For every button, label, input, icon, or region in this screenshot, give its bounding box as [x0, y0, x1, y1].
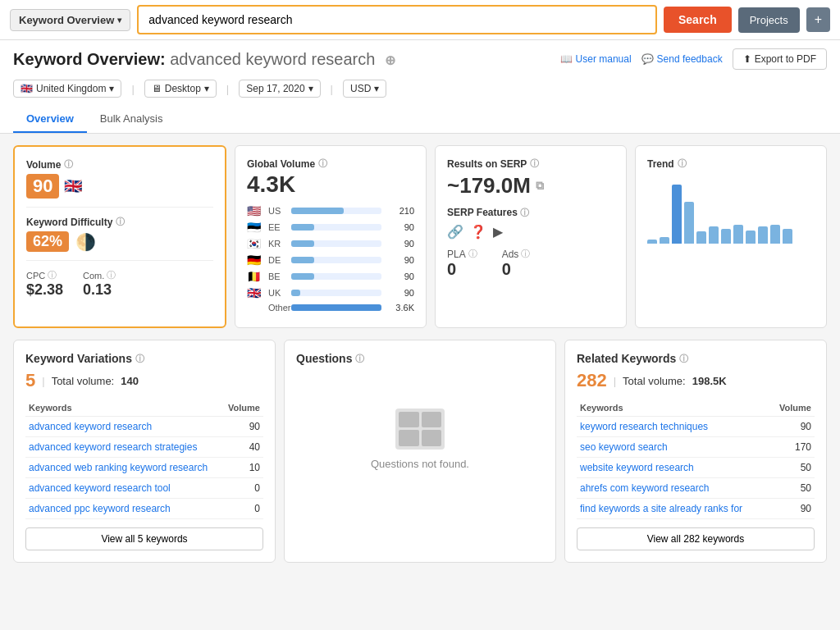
rk-info-icon[interactable]: ⓘ: [679, 353, 688, 365]
rk-keyword-link[interactable]: find keywords a site already ranks for: [580, 503, 742, 514]
tab-overview[interactable]: Overview: [13, 106, 87, 133]
table-row: advanced web ranking keyword research 10: [25, 458, 263, 478]
kv-keyword-link[interactable]: advanced keyword research tool: [29, 482, 171, 494]
gv-bar-row: Other 3.6K: [247, 303, 414, 313]
rk-keyword-link[interactable]: ahrefs com keyword research: [580, 482, 709, 494]
search-input[interactable]: [137, 5, 657, 34]
search-button[interactable]: Search: [664, 7, 732, 33]
gv-code: DE: [268, 255, 286, 265]
country-filter[interactable]: 🇬🇧 United Kingdom ▾: [13, 80, 121, 98]
ads-info-icon[interactable]: ⓘ: [521, 248, 530, 260]
gv-count: 210: [386, 206, 414, 216]
date-filter[interactable]: Sep 17, 2020 ▾: [239, 80, 320, 98]
gv-bar-row: 🇪🇪 EE 90: [247, 221, 414, 234]
kv-keyword-link[interactable]: advanced keyword research strategies: [29, 441, 197, 453]
gv-bar-row: 🇩🇪 DE 90: [247, 253, 414, 267]
rk-keyword-link[interactable]: website keyword research: [580, 462, 694, 473]
question-icon: ❓: [470, 224, 486, 240]
gv-bar: [291, 273, 314, 280]
gv-code: UK: [268, 288, 286, 298]
kv-volume-cell: 40: [222, 437, 263, 458]
empty-table-icon: [395, 409, 445, 450]
gv-bar-row: 🇰🇷 KR 90: [247, 237, 414, 250]
kv-info-icon[interactable]: ⓘ: [135, 353, 144, 365]
global-volume-card: Global Volume ⓘ 4.3K 🇺🇸 US 210 🇪🇪 EE 90 …: [235, 145, 427, 328]
link-icon: 🔗: [447, 224, 463, 240]
kv-count-row: 5 | Total volume: 140: [25, 370, 263, 391]
kd-info-icon[interactable]: ⓘ: [116, 216, 125, 228]
gv-code: EE: [268, 222, 286, 232]
rk-total-value: 198.5K: [692, 375, 727, 387]
currency-filter[interactable]: USD ▾: [343, 80, 386, 98]
rk-keyword-link[interactable]: keyword research techniques: [580, 421, 708, 432]
tool-dropdown[interactable]: Keyword Overview ▾: [10, 9, 130, 31]
title-static: Keyword Overview:: [13, 50, 166, 68]
pla-value: 0: [447, 260, 477, 279]
trend-chart: [647, 178, 815, 244]
copy-icon[interactable]: ⧉: [536, 179, 544, 193]
rk-volume-cell: 50: [770, 458, 815, 478]
gv-code: BE: [268, 272, 286, 281]
pla-info-icon[interactable]: ⓘ: [468, 248, 477, 260]
chevron-icon: ▾: [308, 83, 313, 94]
cpc-item: CPC ⓘ $2.38: [26, 269, 63, 299]
kv-keyword-link[interactable]: advanced keyword research: [29, 421, 152, 432]
kd-badge: 62%: [26, 231, 69, 252]
desktop-icon: 🖥: [152, 83, 162, 94]
top-bar: Keyword Overview ▾ Search Projects +: [0, 0, 840, 40]
kd-gauge-icon: 🌗: [75, 232, 96, 252]
gv-count: 90: [386, 239, 414, 249]
gv-count: 90: [386, 272, 414, 281]
uk-flag-large-icon: 🇬🇧: [64, 177, 82, 195]
gv-flag-icon: 🇩🇪: [247, 253, 263, 267]
global-volume-bars: 🇺🇸 US 210 🇪🇪 EE 90 🇰🇷 KR 90 🇩🇪 DE: [247, 204, 414, 313]
projects-plus-button[interactable]: +: [806, 7, 830, 32]
table-row: advanced keyword research tool 0: [25, 478, 263, 499]
gv-bar-row: 🇺🇸 US 210: [247, 204, 414, 217]
tabs-row: Overview Bulk Analysis: [13, 106, 827, 133]
uk-flag-icon: 🇬🇧: [21, 83, 33, 94]
gv-code: KR: [268, 239, 286, 249]
questions-empty-text: Questions not found.: [371, 458, 469, 470]
rk-keyword-link[interactable]: seo keyword search: [580, 441, 668, 453]
questions-card: Questions ⓘ Questions not found.: [284, 340, 556, 563]
add-keyword-icon[interactable]: ⊕: [385, 53, 395, 67]
projects-button[interactable]: Projects: [738, 7, 800, 33]
kv-count: 5: [25, 370, 35, 391]
cpc-row: CPC ⓘ $2.38 Com. ⓘ 0.13: [26, 269, 213, 299]
gv-bar-row: 🇬🇧 UK 90: [247, 286, 414, 299]
serp-info-icon[interactable]: ⓘ: [530, 158, 539, 170]
questions-empty-state: Questions not found.: [296, 365, 544, 513]
gv-info-icon[interactable]: ⓘ: [318, 158, 327, 170]
trend-info-icon[interactable]: ⓘ: [678, 158, 687, 170]
tab-bulk-analysis[interactable]: Bulk Analysis: [87, 106, 176, 133]
com-info-icon[interactable]: ⓘ: [107, 269, 116, 281]
serp-features-info-icon[interactable]: ⓘ: [520, 208, 529, 217]
cpc-info-icon[interactable]: ⓘ: [48, 269, 57, 281]
q-info-icon[interactable]: ⓘ: [355, 353, 364, 365]
view-all-kv-button[interactable]: View all 5 keywords: [25, 527, 263, 550]
trend-bar: [721, 229, 731, 244]
kv-keyword-link[interactable]: advanced ppc keyword research: [29, 503, 171, 514]
pla-item: PLA ⓘ 0: [447, 248, 477, 279]
table-row: advanced keyword research strategies 40: [25, 437, 263, 458]
device-filter[interactable]: 🖥 Desktop ▾: [144, 80, 217, 98]
ads-item: Ads ⓘ 0: [502, 248, 531, 279]
pla-ads-row: PLA ⓘ 0 Ads ⓘ 0: [447, 248, 614, 279]
table-row: website keyword research 50: [577, 458, 815, 478]
user-manual-link[interactable]: 📖 User manual: [560, 53, 632, 65]
export-pdf-button[interactable]: ⬆ Export to PDF: [733, 48, 827, 70]
chevron-icon: ▾: [109, 83, 114, 94]
table-row: advanced keyword research 90: [25, 417, 263, 437]
kv-total-value: 140: [121, 375, 139, 387]
bottom-row: Keyword Variations ⓘ 5 | Total volume: 1…: [13, 340, 827, 563]
volume-info-icon[interactable]: ⓘ: [64, 158, 73, 171]
gv-bar: [291, 257, 314, 263]
serp-features-label: SERP Features ⓘ: [447, 207, 614, 219]
volume-label: Volume ⓘ: [26, 158, 213, 171]
view-all-rk-button[interactable]: View all 282 keywords: [577, 527, 815, 550]
kv-keyword-link[interactable]: advanced web ranking keyword research: [29, 462, 208, 473]
volume-card: Volume ⓘ 90 🇬🇧 Keyword Difficulty ⓘ 62% …: [13, 145, 226, 328]
keyword-variations-card: Keyword Variations ⓘ 5 | Total volume: 1…: [13, 340, 276, 563]
send-feedback-link[interactable]: 💬 Send feedback: [641, 53, 723, 65]
